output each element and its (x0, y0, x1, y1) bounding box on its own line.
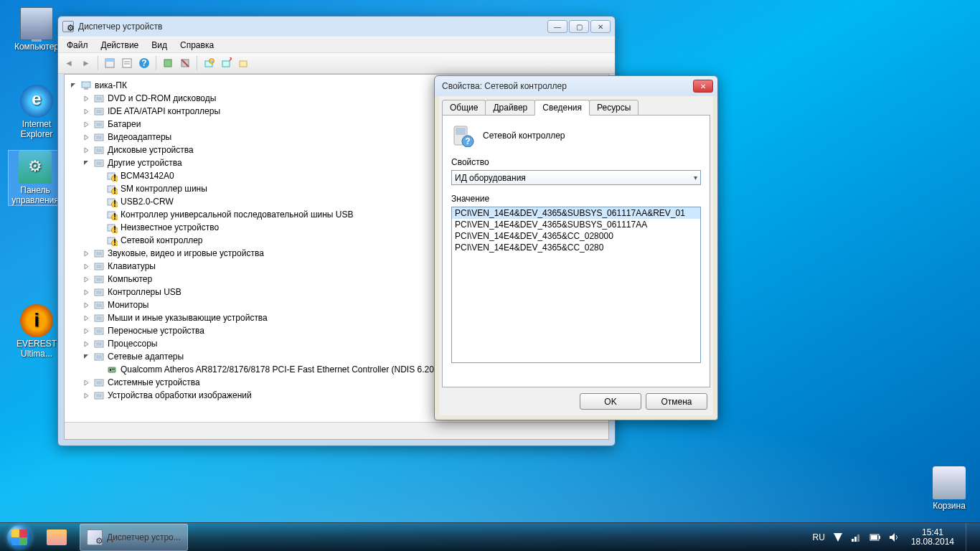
menu-вид[interactable]: Вид (146, 39, 173, 52)
svg-rect-71 (96, 394, 102, 397)
device-icon: ! (106, 209, 118, 220)
menu-справка[interactable]: Справка (174, 39, 220, 52)
property-label: Свойство (451, 157, 701, 167)
svg-rect-64 (96, 355, 102, 359)
node-label: Сетевой контроллер (121, 235, 203, 245)
property-combo[interactable]: ИД оборудования (451, 170, 701, 185)
values-listbox[interactable]: PCI\VEN_14E4&DEV_4365&SUBSYS_061117AA&RE… (451, 207, 701, 363)
show-mmc-button[interactable] (102, 55, 118, 71)
menu-файл[interactable]: Файл (61, 39, 94, 52)
close-button[interactable]: ✕ (590, 20, 611, 33)
value-item[interactable]: PCI\VEN_14E4&DEV_4365&SUBSYS_061117AA (452, 219, 700, 230)
update-driver-button[interactable] (160, 55, 176, 71)
tab-2[interactable]: Сведения (534, 100, 590, 116)
maximize-button[interactable]: ▢ (569, 20, 589, 33)
action-center-icon[interactable] (832, 532, 844, 543)
expander-icon[interactable] (82, 352, 91, 362)
network-icon[interactable] (851, 532, 862, 543)
start-button[interactable] (0, 523, 39, 552)
device-icon (93, 260, 105, 272)
computer-icon-glyph (20, 7, 53, 40)
net-icon (106, 364, 118, 375)
ie-icon[interactable]: Internet Explorer (10, 85, 63, 139)
expander-icon[interactable] (95, 223, 104, 232)
expander-icon[interactable] (95, 184, 104, 194)
node-label: BCM43142A0 (121, 171, 174, 181)
expander-icon[interactable] (95, 171, 104, 181)
node-label: Мыши и иные указывающие устройства (108, 313, 268, 323)
ok-button[interactable]: OK (580, 393, 641, 410)
icon-label: Internet Explorer (10, 119, 63, 139)
expander-icon[interactable] (95, 210, 104, 220)
svg-rect-56 (96, 303, 102, 307)
node-label: Видеоадаптеры (108, 132, 171, 142)
property-combo-value: ИД оборудования (455, 173, 526, 183)
expander-icon[interactable] (95, 236, 104, 245)
tab-0[interactable]: Общие (442, 100, 486, 116)
expander-icon[interactable] (95, 197, 104, 207)
expander-icon[interactable] (69, 81, 78, 90)
device-icon: ! (106, 222, 118, 233)
expander-icon[interactable] (82, 107, 91, 116)
device-icon (93, 390, 105, 401)
expander-icon[interactable] (82, 249, 91, 258)
recycle-bin-icon[interactable]: Корзина (923, 466, 976, 511)
expander-icon[interactable] (82, 94, 91, 103)
scan-hardware-button[interactable] (201, 55, 217, 71)
node-label: Системные устройства (108, 377, 200, 387)
show-desktop-button[interactable] (966, 523, 974, 552)
svg-rect-1 (105, 59, 114, 62)
svg-rect-78 (857, 534, 859, 542)
expander-icon[interactable] (82, 146, 91, 155)
language-indicator[interactable]: RU (813, 532, 825, 542)
properties-button[interactable] (119, 55, 135, 71)
expander-icon[interactable] (82, 326, 91, 336)
battery-icon[interactable] (870, 532, 881, 543)
clock[interactable]: 15:41 18.08.2014 (907, 528, 958, 547)
titlebar[interactable]: Диспетчер устройств — ▢ ✕ (58, 17, 615, 37)
control-panel-icon[interactable]: Панель управления (9, 151, 62, 205)
expander-icon[interactable] (82, 120, 91, 129)
expander-icon[interactable] (82, 262, 91, 271)
task-device-manager[interactable]: Диспетчер устро... (80, 524, 188, 551)
tab-1[interactable]: Драйвер (485, 100, 535, 116)
dialog-close-button[interactable]: ✕ (693, 80, 713, 93)
expander-icon[interactable] (82, 133, 91, 142)
value-item[interactable]: PCI\VEN_14E4&DEV_4365&SUBSYS_061117AA&RE… (452, 207, 700, 219)
computer-icon[interactable]: Компьютер (10, 7, 63, 52)
tab-page-details: ? Сетевой контроллер Свойство ИД оборудо… (442, 115, 710, 387)
everest-icon[interactable]: EVEREST Ultima... (10, 304, 63, 359)
expander-icon[interactable] (82, 378, 91, 387)
help-button[interactable]: ? (136, 55, 152, 71)
cancel-button[interactable]: Отмена (646, 393, 707, 410)
pinned-explorer[interactable] (39, 524, 78, 551)
dialog-titlebar[interactable]: Свойства: Сетевой контроллер ✕ (435, 76, 717, 96)
expander-icon[interactable] (82, 339, 91, 349)
node-label: Контроллер универсальной последовательно… (121, 209, 353, 220)
svg-text:!: ! (113, 173, 116, 182)
expander-icon[interactable] (82, 159, 91, 168)
svg-rect-52 (96, 278, 102, 281)
add-legacy-button[interactable]: × (218, 55, 234, 71)
node-label: Клавиатуры (108, 261, 156, 271)
svg-text:!: ! (113, 186, 116, 194)
value-item[interactable]: PCI\VEN_14E4&DEV_4365&CC_028000 (452, 230, 700, 242)
expander-icon[interactable] (82, 314, 91, 323)
expander-icon[interactable] (82, 301, 91, 310)
value-item[interactable]: PCI\VEN_14E4&DEV_4365&CC_0280 (452, 242, 700, 253)
expander-icon[interactable] (82, 288, 91, 297)
svg-text:!: ! (113, 237, 116, 246)
tab-3[interactable]: Ресурсы (589, 100, 639, 116)
node-label: Сетевые адаптеры (108, 352, 184, 362)
expander-icon[interactable] (82, 275, 91, 284)
uninstall-button[interactable] (177, 55, 193, 71)
older-button[interactable] (235, 55, 251, 71)
minimize-button[interactable]: — (547, 20, 567, 33)
system-tray: RU 15:41 18.08.2014 (813, 523, 980, 552)
expander-icon[interactable] (82, 391, 91, 400)
menu-действие[interactable]: Действие (95, 39, 145, 52)
svg-rect-18 (96, 97, 102, 100)
volume-icon[interactable] (888, 532, 900, 543)
node-label: Неизвестное устройство (121, 222, 219, 232)
expander-icon[interactable] (95, 365, 104, 375)
